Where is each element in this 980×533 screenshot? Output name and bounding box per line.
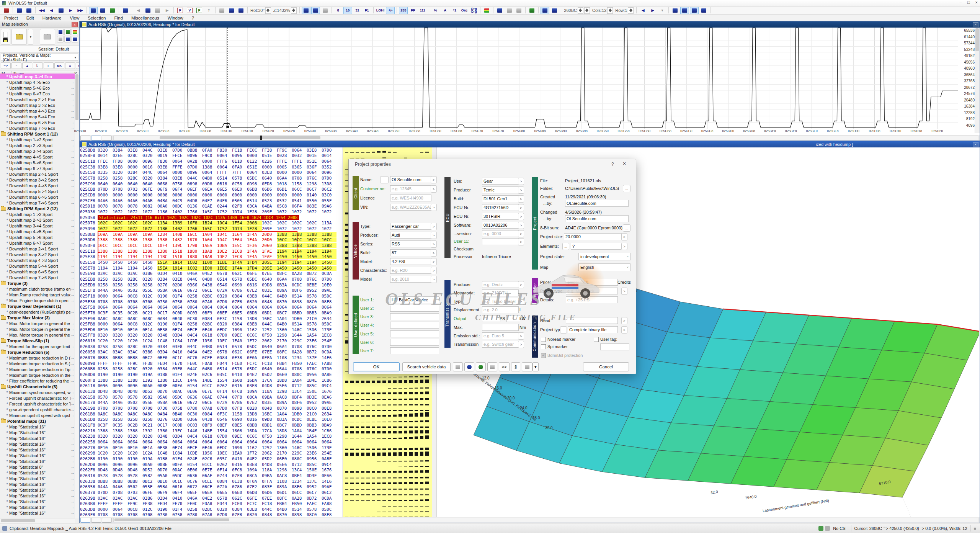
hex-cell[interactable]: 0064: [142, 305, 157, 310]
vin-arrow-button[interactable]: >: [431, 204, 437, 211]
hex-cell[interactable]: 0348: [157, 434, 172, 439]
hex-cell[interactable]: 04B0: [277, 507, 292, 512]
hex-cell[interactable]: 0136: [187, 204, 202, 209]
hex-cell[interactable]: 0BD1: [262, 423, 277, 428]
hex-cell[interactable]: 02BC: [127, 277, 142, 282]
hex-cell[interactable]: 0258: [113, 277, 127, 282]
hex-cell[interactable]: 0384: [232, 322, 247, 327]
hex-cell[interactable]: 0000: [292, 193, 307, 198]
hex-cell[interactable]: 13D8: [247, 412, 262, 417]
hex-cell[interactable]: 16BC: [262, 412, 277, 417]
hex-row[interactable]: 025ED80258025802580258027602D00366043805…: [80, 282, 340, 288]
hex-cell[interactable]: FE0C: [247, 148, 262, 153]
hex-cell[interactable]: 05A0: [157, 395, 172, 400]
hex-cell[interactable]: 0786: [232, 400, 247, 405]
hex-cell[interactable]: 08FC: [277, 496, 292, 501]
hex-cell[interactable]: 083E: [262, 400, 277, 405]
spi-checkbox[interactable]: [541, 344, 546, 349]
hex-cell[interactable]: 13B0: [157, 428, 172, 433]
hex-cell[interactable]: 01F4: [172, 372, 187, 377]
hex-cell[interactable]: 1D4C: [217, 232, 232, 237]
hex-cell[interactable]: 10CC: [292, 237, 307, 242]
hex-cell[interactable]: 1392: [142, 428, 157, 433]
hex-cell[interactable]: 0636: [187, 395, 202, 400]
licence-field[interactable]: e.g. WES-H4900: [390, 195, 431, 201]
hex-cell[interactable]: 06E0: [277, 456, 292, 461]
hex-cell[interactable]: 1880: [187, 249, 202, 254]
hex-cell[interactable]: 0064: [113, 507, 127, 512]
map-row[interactable]: *Map "Statistical 16"→: [0, 447, 75, 453]
hex-cell[interactable]: 046A: [187, 350, 202, 355]
model-arrow[interactable]: >: [431, 258, 437, 265]
hex-row[interactable]: 0262380320032003200320034803D404C4061807…: [80, 433, 340, 439]
hex-cell[interactable]: 1158: [232, 316, 247, 321]
hex-row[interactable]: 025F580064006400640064006400640064006400…: [80, 304, 340, 310]
hex-cell[interactable]: 0956: [307, 456, 322, 461]
projects-versions-maps-combo[interactable]: Projects, Versions & Maps: (Ctrl+Shift+F…: [1, 54, 78, 61]
clipboard-button[interactable]: [453, 362, 463, 371]
hex-cell[interactable]: 0078: [113, 204, 127, 209]
hex-cell[interactable]: 102C: [142, 221, 157, 226]
hex-cell[interactable]: 0B3A: [277, 283, 292, 288]
hex-cell[interactable]: 209E: [262, 209, 277, 214]
hex-cell[interactable]: FA88: [322, 501, 336, 506]
hex-cell[interactable]: 06F9: [157, 490, 172, 495]
hex-cell[interactable]: 0D52: [142, 468, 157, 473]
toolbar-button[interactable]: ◀: [47, 7, 56, 14]
hex-cell[interactable]: 1DEC: [217, 338, 232, 343]
hex-cell[interactable]: 1766: [187, 209, 202, 214]
hex-cell[interactable]: 0514: [217, 176, 232, 181]
hex-cell[interactable]: 1194: [292, 260, 307, 265]
hex-cell[interactable]: 0532: [277, 198, 292, 203]
tab-2d[interactable]: [91, 518, 101, 523]
hex-cell[interactable]: 0578: [113, 395, 127, 400]
hex-cell[interactable]: 0816: [247, 417, 262, 422]
hex-cell[interactable]: 1194: [277, 249, 292, 254]
hex-row[interactable]: 0263D80000006400C8012C019001F4025802BC03…: [80, 507, 340, 512]
hex-cell[interactable]: 1186: [157, 209, 172, 214]
selection-icon[interactable]: [550, 7, 559, 14]
hex-cell[interactable]: 1914: [172, 266, 187, 271]
hex-cell[interactable]: 09A6: [322, 204, 336, 209]
hex-row[interactable]: 025DF810CC10CC10CC10CC10F4139C17981AEA1D…: [80, 243, 340, 249]
hex-cell[interactable]: 07D0: [322, 366, 336, 371]
hex-cell[interactable]: 0064: [322, 159, 336, 164]
hex-cell[interactable]: 02D0: [172, 417, 187, 422]
map-row[interactable]: *Map "Statistical 16"→: [0, 441, 75, 447]
hex-cell[interactable]: 00FA: [172, 383, 187, 388]
comment-button[interactable]: [487, 362, 497, 371]
hex-cell[interactable]: 019A: [142, 456, 157, 461]
hex-cell[interactable]: 046A: [187, 271, 202, 276]
hex-cell[interactable]: 0064: [292, 440, 307, 445]
hex-cell[interactable]: 076C: [307, 344, 322, 349]
hex-cell[interactable]: 03AC: [113, 271, 127, 276]
hex-cell[interactable]: 055E: [142, 288, 157, 293]
hex-cell[interactable]: 0000: [187, 193, 202, 198]
hex-cell[interactable]: 13D8: [247, 316, 262, 321]
hex-cell[interactable]: 0ECE: [187, 327, 202, 332]
hex-cell[interactable]: 0BB8: [127, 479, 142, 484]
vehicle-build-field[interactable]: 8T: [390, 249, 431, 256]
hex-cell[interactable]: 09AE: [322, 400, 336, 405]
hex-cell[interactable]: 1FD4: [247, 260, 262, 265]
map-group-row[interactable]: Torque Reduction (5): [0, 349, 75, 355]
hex-cell[interactable]: 0014: [98, 153, 113, 158]
read-arrow[interactable]: >: [621, 317, 627, 324]
hex-cell[interactable]: 1072: [307, 209, 322, 214]
hex-cell[interactable]: 0578: [307, 294, 322, 299]
hex-cell[interactable]: 1072: [113, 209, 127, 214]
hex-cell[interactable]: 072A: [217, 484, 232, 489]
hex-cell[interactable]: 03E8: [247, 507, 262, 512]
hex-cell[interactable]: 0FFA: [262, 355, 277, 360]
hex-cell[interactable]: 0320: [98, 434, 113, 439]
map-row[interactable]: *Downshift map 7->6 Sport→: [0, 275, 75, 280]
hex-cell[interactable]: 03AC: [127, 271, 142, 276]
hex-cell[interactable]: 10E0: [322, 283, 336, 288]
hex-cell[interactable]: 0064: [98, 440, 113, 445]
hex-cell[interactable]: 01F4: [172, 507, 187, 512]
map-row[interactable]: *Map "Statistical 16"→: [0, 510, 75, 516]
hex-cell[interactable]: 1D56: [202, 338, 217, 343]
elements-browse-button[interactable]: ...: [562, 243, 569, 250]
hex-row[interactable]: 026198070807080708070807300758078007A807…: [80, 405, 340, 411]
hex-cell[interactable]: 0E38: [157, 327, 172, 332]
